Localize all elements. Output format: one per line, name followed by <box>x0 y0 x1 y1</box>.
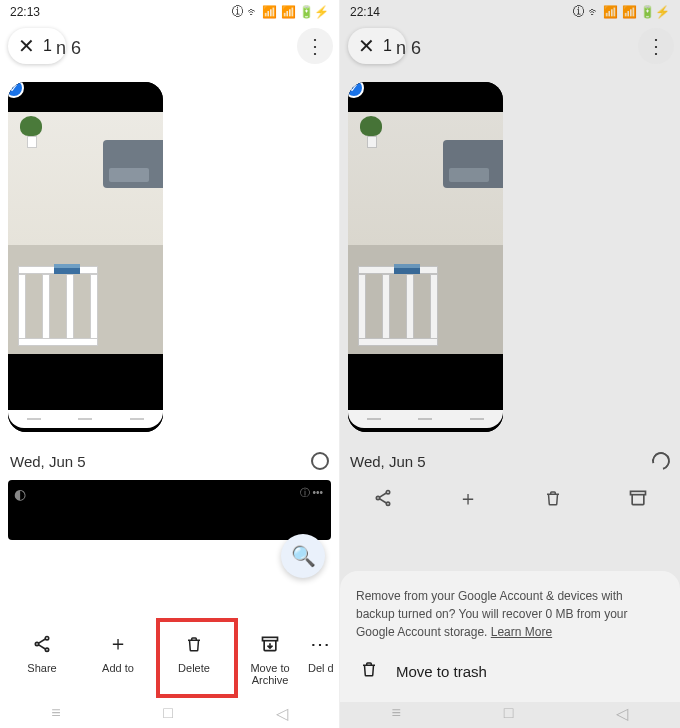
selection-count: 1 <box>43 37 52 55</box>
date-row: Wed, Jun 5 <box>0 440 339 476</box>
system-nav: ≡ □ ◁ <box>0 698 339 728</box>
close-icon[interactable]: ✕ <box>358 36 375 56</box>
svg-point-8 <box>386 502 389 505</box>
screen-left: 22:13 ⓘ ᯤ 📶 📶 🔋⚡ n 6 ✕ 1 ✓ <box>0 0 340 728</box>
nav-menu-icon[interactable]: ≡ <box>391 704 400 722</box>
system-nav: ≡ □ ◁ <box>340 698 680 728</box>
trash-icon <box>360 659 378 684</box>
partial-label: Del d <box>308 662 334 674</box>
screen-right: 22:14 ⓘ ᯤ 📶 📶 🔋⚡ n 6 ✕ 1 ✓ <box>340 0 680 728</box>
add-to-label: Add to <box>102 662 134 674</box>
move-to-label: Move to Archive <box>232 662 308 686</box>
share-button[interactable]: Share <box>4 632 80 686</box>
action-overflow-partial[interactable]: ⋯ Del d <box>308 632 344 686</box>
svg-line-10 <box>379 499 386 503</box>
learn-more-link[interactable]: Learn More <box>491 625 552 639</box>
photo-thumbnail[interactable]: ✓ <box>8 82 163 432</box>
plus-icon: ＋ <box>456 486 480 510</box>
nav-menu-icon[interactable]: ≡ <box>51 704 60 722</box>
photo-thumbnail-2[interactable]: ◐ⓘ ••• <box>8 480 331 540</box>
confirm-text: Remove from your Google Account & device… <box>356 587 664 641</box>
more-vert-icon <box>646 34 666 58</box>
svg-line-3 <box>39 639 46 643</box>
add-to-button[interactable]: ＋ Add to <box>80 632 156 686</box>
status-time: 22:13 <box>10 5 40 19</box>
status-icons: ⓘ ᯤ 📶 📶 🔋⚡ <box>573 5 670 19</box>
date-row: Wed, Jun 5 <box>340 440 680 476</box>
photo-thumbnail[interactable]: ✓ <box>348 82 503 432</box>
status-time: 22:14 <box>350 5 380 19</box>
date-label: Wed, Jun 5 <box>10 453 86 470</box>
archive-icon <box>626 486 650 510</box>
share-icon <box>371 486 395 510</box>
nav-home-icon[interactable]: □ <box>163 704 173 722</box>
svg-point-2 <box>45 648 48 651</box>
header-date-partial: n 6 <box>56 38 81 59</box>
trash-icon <box>182 632 206 656</box>
nav-back-icon[interactable]: ◁ <box>616 704 628 723</box>
svg-point-0 <box>45 636 48 639</box>
delete-confirm-sheet: Remove from your Google Account & device… <box>340 571 680 702</box>
overflow-button[interactable] <box>297 28 333 64</box>
plus-icon: ＋ <box>106 632 130 656</box>
svg-point-6 <box>386 491 389 494</box>
overflow-button[interactable] <box>638 28 674 64</box>
status-bar: 22:13 ⓘ ᯤ 📶 📶 🔋⚡ <box>0 0 339 22</box>
svg-point-1 <box>35 642 38 645</box>
status-bar: 22:14 ⓘ ᯤ 📶 📶 🔋⚡ <box>340 0 680 22</box>
move-to-trash-button[interactable]: Move to trash <box>356 641 664 690</box>
partial-icon: ⋯ <box>308 632 332 656</box>
selection-count: 1 <box>383 37 392 55</box>
select-all-circle-icon[interactable] <box>649 449 674 474</box>
zoom-fab[interactable]: 🔍 <box>281 534 325 578</box>
more-vert-icon <box>305 34 325 58</box>
date-label: Wed, Jun 5 <box>350 453 426 470</box>
photo-content <box>348 112 503 354</box>
select-all-circle-icon[interactable] <box>311 452 329 470</box>
nav-home-icon[interactable]: □ <box>504 704 514 722</box>
svg-point-7 <box>376 496 379 499</box>
photo-grid: ✓ <box>0 74 339 440</box>
magnifier-icon: 🔍 <box>291 544 316 568</box>
delete-label: Delete <box>178 662 210 674</box>
status-icons: ⓘ ᯤ 📶 📶 🔋⚡ <box>232 5 329 19</box>
svg-line-9 <box>379 493 386 497</box>
delete-button[interactable]: Delete <box>156 632 232 686</box>
svg-rect-5 <box>263 637 278 640</box>
nav-back-icon[interactable]: ◁ <box>276 704 288 723</box>
archive-icon <box>258 632 282 656</box>
svg-line-4 <box>39 645 46 649</box>
move-to-archive-button[interactable]: Move to Archive <box>232 632 308 686</box>
selection-header: ✕ 1 <box>0 22 339 74</box>
close-icon[interactable]: ✕ <box>18 36 35 56</box>
photo-grid: ✓ <box>340 74 680 440</box>
move-to-trash-label: Move to trash <box>396 663 487 680</box>
bottom-action-sheet: Share ＋ Add to Delete Move to Archive ⋯ … <box>0 620 339 694</box>
header-date-partial: n 6 <box>396 38 421 59</box>
selection-header: ✕ 1 <box>340 22 680 74</box>
svg-rect-11 <box>630 491 645 494</box>
action-row-dimmed: ＋ <box>340 478 680 518</box>
trash-icon <box>541 486 565 510</box>
share-label: Share <box>27 662 56 674</box>
photo-content <box>8 112 163 354</box>
share-icon <box>30 632 54 656</box>
